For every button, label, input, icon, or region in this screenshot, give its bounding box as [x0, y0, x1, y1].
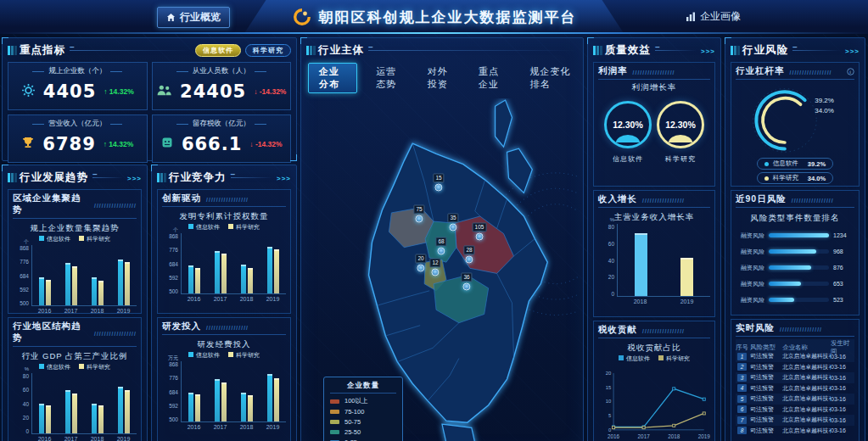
y-tick-label: 0 [25, 428, 29, 434]
y-tick-label: 500 [20, 300, 29, 306]
legend-label: 50-75 [344, 418, 361, 426]
table-row[interactable]: 6司法预警北京启迪卓越科技有限公司03-16 [736, 405, 854, 416]
hbar-fill [769, 282, 801, 286]
more-arrows-icon[interactable] [127, 171, 142, 183]
chart-enterprise-aggregation: 规上企业数量集聚趋势信息软件科学研究个868776684592500201620… [13, 219, 137, 314]
stat-value: 666.1 [182, 134, 242, 154]
y-axis-unit: 万元 [168, 354, 178, 362]
hbar-row: 融资风险968 [736, 243, 854, 260]
plot [181, 233, 286, 294]
card-realtime-risk: 实时风险 序号风险类型企业名称发生时间1司法预警北京启迪卓越科技有限公司03-1… [731, 319, 860, 441]
table-row[interactable]: 4司法预警北京启迪卓越科技有限公司03-16 [736, 383, 854, 394]
hbar-track [769, 249, 829, 254]
map-marker[interactable]: 36 [461, 273, 472, 291]
hatch-decoration [780, 323, 822, 333]
tab-对外投资[interactable]: 对外投资 [423, 64, 460, 92]
row-seq: 4 [736, 384, 750, 392]
hbar-fill [769, 265, 811, 270]
bar [92, 277, 97, 305]
gauge-mound [616, 135, 640, 142]
chart-plot-area: 个868776684592500 [162, 233, 286, 294]
map-marker[interactable]: 20 [415, 254, 426, 272]
map-marker[interactable]: 12 [429, 259, 440, 276]
hbar-label: 融资风险 [736, 232, 764, 240]
panel-title: 重点指标 [20, 43, 65, 58]
map-marker[interactable]: 28 [463, 246, 474, 264]
legend-item: 科学研究 [658, 354, 690, 363]
map-legend: 企业数量 100以上75-10050-7525-500-25 [323, 377, 403, 441]
y-tick-label: 500 [169, 416, 178, 422]
more-arrows-icon[interactable] [845, 44, 860, 56]
legend-value: 39.2% [808, 160, 826, 168]
filter-tag-信息软件[interactable]: 信息软件 [195, 44, 241, 57]
x-tick-label: 2018 [240, 296, 254, 302]
stat-label: 规上企业数（个） [8, 66, 147, 76]
panel-industry-trends: 行业发展趋势 区域企业集聚趋势 规上企业数量集聚趋势信息软件科学研究个86877… [2, 165, 148, 441]
hatch-decoration [206, 193, 249, 204]
filter-tag-科学研究[interactable]: 科学研究 [245, 44, 291, 57]
app-title-wrap: 朝阳区科创规上企业大数据监测平台 [244, 0, 624, 34]
more-arrows-icon[interactable] [701, 44, 715, 56]
marker-pin-icon [437, 247, 445, 254]
table-row[interactable]: 1司法预警北京启迪卓越科技有限公司03-16 [736, 351, 854, 362]
card-profit-rate: 利润率 利润增长率 12.30%信息软件12.30%科学研究 [593, 62, 715, 187]
district-piece-south[interactable] [442, 424, 476, 441]
table-row[interactable]: 7司法预警北京启迪卓越科技有限公司03-16 [736, 415, 854, 426]
map-marker[interactable]: 75 [413, 205, 424, 223]
y-axis-unit: % [610, 217, 614, 222]
chart-title: 发明专利累计授权数量 [162, 211, 286, 222]
row-date: 03-16 [831, 385, 854, 391]
table-row[interactable]: 2司法预警北京启迪卓越科技有限公司03-16 [736, 362, 854, 373]
map-legend-title: 企业数量 [330, 381, 396, 394]
header-bars-icon [731, 46, 733, 55]
nav-industry-overview[interactable]: 行业概览 [157, 7, 230, 28]
x-tick-label: 2017 [214, 424, 227, 430]
row-company-name: 北京启迪卓越科技有限公司 [782, 394, 831, 403]
row-seq: 2 [736, 363, 750, 371]
bar [46, 280, 51, 305]
more-arrows-icon[interactable] [277, 171, 291, 183]
gauge-mound [669, 135, 692, 142]
row-date: 03-16 [831, 396, 854, 402]
map-marker[interactable]: 15 [433, 174, 444, 192]
x-tick-label: 2019 [266, 296, 280, 302]
y-tick-label: 60 [23, 387, 29, 393]
chart-legend: 信息软件科学研究 [162, 351, 286, 360]
row-company-name: 北京启迪卓越科技有限公司 [782, 384, 831, 393]
plot [181, 361, 286, 422]
hbar-label: 融资风险 [736, 248, 764, 256]
header-bars-icon [8, 173, 10, 182]
tab-规企变化排名[interactable]: 规企变化排名 [524, 64, 576, 92]
hbar-value: 523 [833, 297, 854, 303]
legend-value: 34.0% [808, 175, 826, 182]
x-tick-label: 2017 [64, 308, 78, 314]
chart-title: 风险类型事件数量排名 [736, 213, 854, 224]
dashboard-root: 行业概览 朝阳区科创规上企业大数据监测平台 企业画像 重点指标 信息软件科学研究 [0, 0, 868, 434]
district-sliver-northeast[interactable] [507, 148, 533, 193]
profit-gauge: 12.30%信息软件 [604, 101, 652, 164]
leverage-legend: 信息软件39.2%科学研究34.0% [736, 158, 854, 184]
district-map: 1575351056828201236 企业数量 100以上75-10050-7… [306, 98, 578, 441]
leverage-value-2: 34.0% [815, 107, 833, 114]
tab-重点企业[interactable]: 重点企业 [473, 64, 511, 92]
bar-group [241, 361, 253, 421]
svg-text:2019: 2019 [698, 433, 710, 439]
bar [72, 394, 77, 433]
nav-enterprise-profile[interactable]: 企业画像 [677, 7, 749, 26]
district-sliver-north[interactable] [496, 100, 512, 147]
table-row[interactable]: 3司法预警北京启迪卓越科技有限公司03-16 [736, 372, 854, 383]
map-marker[interactable]: 68 [435, 237, 446, 255]
tab-运营态势[interactable]: 运营态势 [371, 64, 408, 92]
x-tick-label: 2019 [266, 424, 280, 430]
hbar-label: 融资风险 [736, 264, 764, 272]
bar-group [241, 233, 253, 293]
info-icon[interactable]: i [847, 68, 854, 75]
y-tick-label: 40 [23, 401, 29, 407]
tab-企业分布[interactable]: 企业分布 [308, 63, 357, 93]
map-marker[interactable]: 35 [447, 214, 458, 232]
row-date: 03-16 [831, 427, 854, 433]
table-row[interactable]: 8司法预警北京启迪卓越科技有限公司03-16 [736, 426, 854, 437]
map-marker[interactable]: 105 [473, 223, 487, 241]
legend-label: 75-100 [344, 408, 364, 416]
table-row[interactable]: 5司法预警北京启迪卓越科技有限公司03-16 [736, 394, 854, 405]
